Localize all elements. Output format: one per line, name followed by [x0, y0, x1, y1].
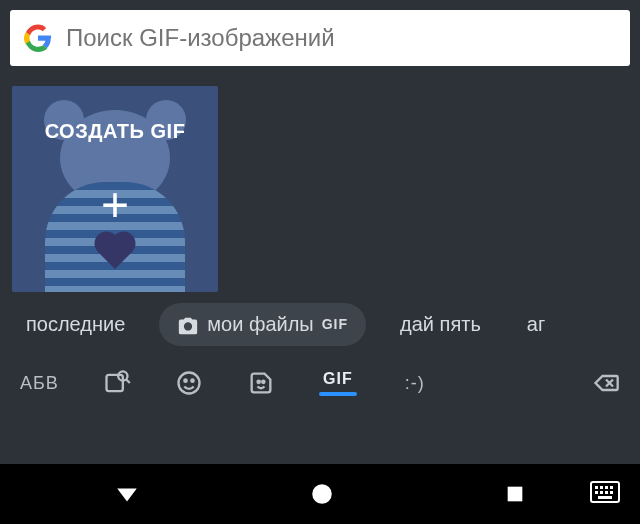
backspace-icon[interactable]	[592, 369, 620, 397]
create-gif-label: СОЗДАТЬ GIF	[45, 120, 186, 143]
sticker-icon[interactable]	[247, 369, 275, 397]
svg-rect-16	[610, 486, 613, 489]
chip-my-files[interactable]: мои файлы GIF	[159, 303, 366, 346]
nav-recents-icon[interactable]	[504, 483, 526, 505]
svg-rect-15	[605, 486, 608, 489]
emoji-icon[interactable]	[175, 369, 203, 397]
chip-recent[interactable]: последние	[14, 305, 137, 344]
gif-category-chips: последние мои файлы GIF дай пять аг	[0, 294, 640, 354]
gif-tab-label: GIF	[323, 370, 353, 388]
search-sticker-icon[interactable]	[103, 369, 131, 397]
nav-back-icon[interactable]	[114, 481, 140, 507]
svg-point-3	[178, 373, 199, 394]
create-gif-card[interactable]: СОЗДАТЬ GIF +	[12, 86, 218, 292]
abc-key[interactable]: АБВ	[20, 373, 59, 394]
svg-point-5	[191, 380, 193, 382]
svg-point-4	[184, 380, 186, 382]
gif-thumbnails-row: СОЗДАТЬ GIF +	[0, 76, 640, 294]
svg-rect-14	[600, 486, 603, 489]
android-nav-bar	[0, 464, 640, 524]
svg-rect-11	[507, 487, 522, 502]
svg-point-7	[262, 381, 264, 383]
gif-tab-underline	[319, 392, 357, 396]
keyboard-bottom-row: АБВ	[0, 354, 640, 412]
gif-search-input[interactable]	[66, 24, 616, 52]
svg-rect-18	[600, 491, 603, 494]
svg-rect-19	[605, 491, 608, 494]
svg-point-6	[257, 381, 259, 383]
svg-rect-20	[610, 491, 613, 494]
chip-gif-badge: GIF	[322, 316, 348, 332]
nav-keyboard-icon[interactable]	[590, 481, 620, 507]
camera-icon	[177, 315, 199, 333]
svg-line-2	[126, 380, 129, 384]
svg-rect-13	[595, 486, 598, 489]
svg-rect-21	[598, 496, 612, 499]
emoticon-tab[interactable]: :-)	[401, 369, 429, 397]
google-logo-icon	[24, 24, 52, 52]
nav-home-icon[interactable]	[309, 481, 335, 507]
plus-icon: +	[101, 181, 129, 229]
svg-rect-17	[595, 491, 598, 494]
gif-search-bar[interactable]	[10, 10, 630, 66]
svg-point-10	[312, 484, 332, 504]
svg-rect-0	[106, 375, 122, 391]
chip-highfive[interactable]: дай пять	[388, 305, 493, 344]
gif-tab[interactable]: GIF	[319, 370, 357, 396]
chip-partial[interactable]: аг	[515, 305, 557, 344]
chip-my-files-label: мои файлы	[207, 313, 313, 336]
